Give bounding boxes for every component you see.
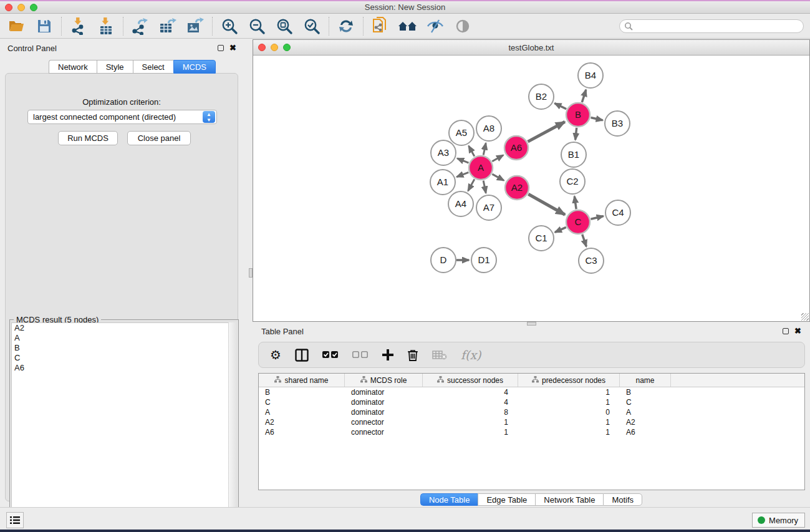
run-mcds-button[interactable]: Run MCDS [58, 131, 118, 145]
edge-A-A4[interactable] [468, 179, 475, 191]
edge-C-C2[interactable] [574, 196, 576, 209]
node-D1[interactable]: D1 [471, 248, 496, 273]
vertical-divider-grip[interactable] [249, 268, 253, 278]
edge-B-B1[interactable] [576, 128, 577, 140]
node-table[interactable]: shared nameMCDS rolesuccessor nodesprede… [258, 373, 805, 490]
search-input[interactable] [633, 22, 803, 31]
import-table-icon[interactable] [94, 16, 118, 36]
zoom-selected-icon[interactable] [300, 16, 324, 36]
task-history-button[interactable] [6, 512, 24, 528]
edge-B-B2[interactable] [555, 104, 567, 109]
delete-table-icon[interactable] [432, 350, 447, 360]
node-A4[interactable]: A4 [448, 191, 473, 216]
node-C2[interactable]: C2 [560, 169, 585, 194]
node-B2[interactable]: B2 [529, 84, 554, 109]
result-list-item[interactable]: A2 [12, 323, 236, 333]
delete-column-icon[interactable] [407, 349, 418, 361]
column-header-MCDS-role[interactable]: MCDS role [345, 374, 423, 387]
result-scrollbar[interactable] [228, 322, 237, 532]
edge-A-A6[interactable] [492, 155, 503, 162]
memory-button[interactable]: Memory [752, 513, 805, 528]
column-header-shared-name[interactable]: shared name [259, 374, 345, 387]
edge-C-C1[interactable] [555, 227, 566, 232]
node-B3[interactable]: B3 [605, 111, 630, 136]
edge-A-A5[interactable] [469, 146, 475, 157]
column-header-predecessor-nodes[interactable]: predecessor nodes [518, 374, 620, 387]
table-row[interactable]: Bdominator41B [259, 387, 804, 397]
node-A[interactable]: A [469, 156, 493, 180]
hide-panels-icon[interactable] [423, 16, 447, 36]
export-image-icon[interactable] [183, 16, 207, 36]
node-C[interactable]: C [566, 210, 590, 234]
edge-B-B4[interactable] [582, 90, 586, 102]
edge-A-A2[interactable] [492, 174, 504, 180]
function-builder-icon[interactable]: f(x) [461, 348, 481, 362]
tab-motifs[interactable]: Motifs [603, 493, 642, 506]
edge-A-A7[interactable] [483, 181, 486, 193]
export-network-icon[interactable] [128, 16, 152, 36]
column-settings-icon[interactable]: ⚙ [270, 347, 281, 362]
select-all-columns-icon[interactable] [322, 351, 339, 359]
network-window-titlebar[interactable]: testGlobe.txt [253, 40, 809, 56]
refresh-icon[interactable] [334, 16, 358, 36]
tab-style[interactable]: Style [97, 60, 133, 74]
zoom-fit-icon[interactable] [272, 16, 296, 36]
result-list-item[interactable]: A [12, 333, 236, 343]
resize-grip-icon[interactable] [801, 313, 809, 321]
close-panel-icon[interactable]: ✖ [229, 45, 236, 51]
home-icon[interactable] [396, 16, 420, 36]
zoom-in-icon[interactable] [218, 16, 241, 36]
close-table-panel-icon[interactable]: ✖ [794, 328, 801, 334]
node-A1[interactable]: A1 [430, 170, 455, 195]
tab-network[interactable]: Network [49, 60, 97, 74]
network-graph[interactable]: AA1A2A3A4A5A6A7A8BB1B2B3B4CC1C2C3C4DD1 [253, 56, 809, 321]
close-panel-button[interactable]: Close panel [127, 131, 191, 145]
node-A8[interactable]: A8 [476, 116, 501, 141]
save-session-icon[interactable] [32, 16, 56, 36]
edge-C-C3[interactable] [582, 235, 587, 246]
unselect-all-columns-icon[interactable] [352, 351, 369, 359]
mcds-result-list[interactable]: A2ABCA6 [11, 322, 237, 532]
node-A2[interactable]: A2 [505, 176, 529, 200]
add-column-icon[interactable] [382, 349, 393, 360]
show-panels-icon[interactable] [451, 16, 475, 36]
edge-A-A3[interactable] [457, 158, 468, 163]
network-canvas[interactable]: AA1A2A3A4A5A6A7A8BB1B2B3B4CC1C2C3C4DD1 [253, 56, 809, 321]
node-C4[interactable]: C4 [605, 200, 630, 225]
network-file-icon[interactable] [369, 16, 392, 36]
edge-B-B3[interactable] [591, 118, 602, 120]
zoom-out-icon[interactable] [245, 16, 269, 36]
result-list-item[interactable]: C [12, 353, 236, 363]
node-C3[interactable]: C3 [579, 248, 604, 273]
table-row[interactable]: Adominator80A [259, 407, 804, 417]
tab-network-table[interactable]: Network Table [535, 493, 603, 506]
table-row[interactable]: A2connector11A2 [259, 417, 804, 427]
float-table-panel-icon[interactable] [783, 328, 789, 334]
node-B[interactable]: B [566, 103, 590, 127]
node-B1[interactable]: B1 [561, 142, 586, 167]
tab-select[interactable]: Select [133, 60, 173, 74]
node-A5[interactable]: A5 [449, 120, 474, 145]
column-header-successor-nodes[interactable]: successor nodes [423, 374, 518, 387]
tab-mcds[interactable]: MCDS [173, 60, 216, 74]
float-panel-icon[interactable] [218, 45, 224, 51]
criterion-dropdown[interactable]: largest connected component (directed) ▲… [27, 110, 217, 124]
edge-C-C4[interactable] [591, 216, 603, 219]
node-A6[interactable]: A6 [504, 136, 528, 160]
tab-edge-table[interactable]: Edge Table [478, 493, 535, 506]
import-network-icon[interactable] [67, 16, 90, 36]
table-row[interactable]: Cdominator41C [259, 397, 804, 407]
column-header-name[interactable]: name [620, 374, 671, 387]
edge-A-A8[interactable] [483, 143, 486, 155]
node-D[interactable]: D [431, 248, 456, 273]
node-A7[interactable]: A7 [476, 195, 501, 220]
tab-node-table[interactable]: Node Table [420, 493, 478, 506]
edge-A-A1[interactable] [456, 172, 468, 177]
edge-A6-B[interactable] [528, 122, 565, 142]
open-file-icon[interactable] [5, 16, 29, 36]
edge-A2-C[interactable] [528, 194, 565, 215]
node-C1[interactable]: C1 [529, 226, 554, 251]
node-B4[interactable]: B4 [578, 63, 603, 88]
node-A3[interactable]: A3 [431, 140, 456, 165]
export-table-icon[interactable] [156, 16, 180, 36]
